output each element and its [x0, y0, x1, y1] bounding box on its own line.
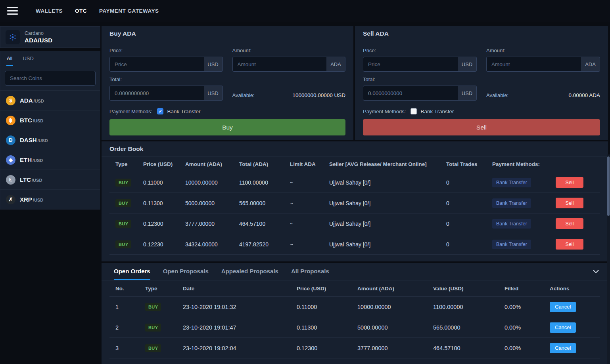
- order-book-row: BUY 0.11000 10000.00000 1100.00000 ~ Ujj…: [109, 172, 600, 193]
- main-content: Buy ADA Price: USD Amount:: [102, 26, 610, 364]
- ob-seller: Ujjwal Sahay [0/]: [329, 221, 446, 227]
- buy-bank-transfer-checkbox[interactable]: [157, 108, 163, 114]
- collapse-chevron-icon[interactable]: [593, 263, 602, 280]
- sell-panel: Sell ADA Price: USD Amount:: [355, 26, 608, 140]
- tab-open-proposals[interactable]: Open Proposals: [163, 263, 209, 280]
- row-sell-button[interactable]: Sell: [556, 198, 583, 208]
- oo-price: 0.11000: [297, 304, 357, 310]
- oo-no: 3: [109, 345, 145, 351]
- cancel-button[interactable]: Cancel: [550, 343, 576, 353]
- open-orders-header-row: No. Type Date Price (USD) Amount (ADA) V…: [109, 280, 600, 297]
- pair-label: ADA/USD: [25, 37, 52, 44]
- coin-item-xrp[interactable]: ✗ XRP/USD: [0, 189, 100, 209]
- oo-no: 1: [109, 304, 145, 310]
- scrollbar-thumb[interactable]: [607, 156, 610, 216]
- coin-filter-tabs: All USD: [0, 51, 100, 66]
- bank-transfer-badge: Bank Transfer: [492, 240, 531, 249]
- oo-no: 2: [109, 324, 145, 331]
- buy-badge: BUY: [115, 199, 131, 207]
- page-scrollbar[interactable]: [607, 154, 610, 364]
- sell-button[interactable]: Sell: [363, 119, 600, 135]
- buy-badge: BUY: [115, 179, 131, 187]
- sell-price-suffix: USD: [458, 57, 477, 72]
- buy-price-label: Price:: [109, 48, 223, 53]
- ob-total: 4197.82520: [239, 241, 290, 248]
- sidebar: Cardano ADA/USD All USD $ ADA/USD ฿ BTC/…: [0, 26, 100, 364]
- ob-seller: Ujjwal Sahay [0/]: [329, 179, 446, 186]
- search-coins-input[interactable]: [5, 71, 96, 86]
- coin-quote: /USD: [38, 138, 48, 143]
- sell-amount-input[interactable]: [486, 57, 581, 72]
- ada-coin-icon: $: [6, 96, 15, 105]
- coin-list-panel: All USD $ ADA/USD ฿ BTC/USD Đ DASH/USD: [0, 51, 100, 210]
- coin-symbol: LTC: [20, 176, 31, 183]
- oo-header-filled: Filled: [504, 286, 550, 292]
- hamburger-menu-icon[interactable]: [7, 7, 18, 15]
- bank-transfer-badge: Bank Transfer: [492, 178, 531, 187]
- oo-date: 23-10-2020 19:01:47: [183, 324, 297, 331]
- tab-appealed-proposals[interactable]: Appealed Proposals: [221, 263, 278, 280]
- oo-filled: 0.00%: [504, 304, 550, 310]
- order-book-panel: Order Book Type Price (USD) Amount (ADA)…: [102, 141, 608, 261]
- buy-badge: BUY: [115, 220, 131, 228]
- coin-item-btc[interactable]: ฿ BTC/USD: [0, 110, 100, 130]
- buy-amount-suffix: ADA: [326, 57, 345, 72]
- buy-bank-transfer-label: Bank Transfer: [167, 109, 200, 114]
- ob-header-payment: Payment Methods:: [492, 161, 556, 167]
- row-sell-button[interactable]: Sell: [556, 177, 583, 188]
- coin-item-eth[interactable]: ◆ ETH/USD: [0, 150, 100, 170]
- buy-panel-title: Buy ADA: [109, 30, 136, 37]
- tab-all[interactable]: All: [6, 51, 13, 66]
- dash-coin-icon: Đ: [6, 135, 15, 145]
- top-navbar: WALLETS OTC PAYMENT GATEWAYS: [0, 0, 610, 22]
- buy-badge: BUY: [115, 240, 131, 248]
- buy-amount-input[interactable]: [232, 57, 327, 72]
- tab-usd[interactable]: USD: [22, 51, 34, 66]
- oo-header-value: Value (USD): [433, 286, 504, 292]
- tab-open-orders[interactable]: Open Orders: [114, 263, 150, 280]
- coin-item-ada[interactable]: $ ADA/USD: [0, 90, 100, 110]
- row-sell-button[interactable]: Sell: [556, 218, 583, 229]
- buy-price-input[interactable]: [109, 57, 204, 72]
- open-order-row: 2 BUY 23-10-2020 19:01:47 0.11300 5000.0…: [109, 317, 600, 338]
- nav-payment-gateways[interactable]: PAYMENT GATEWAYS: [99, 8, 159, 14]
- oo-date: 23-10-2020 19:02:04: [183, 345, 297, 351]
- oo-header-type: Type: [145, 286, 183, 292]
- sell-price-input[interactable]: [363, 57, 458, 72]
- tab-all-proposals[interactable]: All Proposals: [291, 263, 329, 280]
- sell-total-input[interactable]: [363, 86, 458, 101]
- sell-total-suffix: USD: [458, 86, 477, 101]
- coin-quote: /USD: [33, 158, 43, 163]
- oo-value: 1100.00000: [433, 304, 504, 310]
- order-book-row: BUY 0.12300 3777.00000 464.57100 ~ Ujjwa…: [109, 213, 600, 234]
- buy-total-input[interactable]: [109, 86, 204, 101]
- buy-badge: BUY: [145, 344, 161, 352]
- ob-total: 1100.00000: [239, 179, 290, 186]
- nav-otc[interactable]: OTC: [75, 8, 87, 14]
- ob-price: 0.11300: [143, 200, 185, 206]
- coin-quote: /USD: [32, 178, 42, 183]
- open-order-row: 3 BUY 23-10-2020 19:02:04 0.12300 3777.0…: [109, 338, 600, 358]
- open-order-row: 1 BUY 23-10-2020 19:01:32 0.11000 10000.…: [109, 297, 600, 317]
- nav-wallets[interactable]: WALLETS: [36, 8, 63, 14]
- sell-bank-transfer-checkbox[interactable]: [411, 108, 417, 114]
- buy-button[interactable]: Buy: [109, 119, 345, 135]
- ob-header-limit: Limit ADA: [290, 161, 329, 167]
- cancel-button[interactable]: Cancel: [550, 302, 576, 312]
- ob-header-price: Price (USD): [143, 161, 185, 167]
- oo-filled: 0.00%: [504, 345, 550, 351]
- sell-price-label: Price:: [363, 48, 477, 53]
- oo-header-price: Price (USD): [297, 286, 357, 292]
- oo-value: 464.57100: [433, 345, 504, 351]
- row-sell-button[interactable]: Sell: [556, 239, 583, 250]
- sell-panel-title: Sell ADA: [363, 30, 389, 37]
- order-book-row: BUY 0.11300 5000.00000 565.00000 ~ Ujjwa…: [109, 193, 600, 213]
- ob-trades: 0: [446, 200, 492, 206]
- ob-trades: 0: [446, 179, 492, 186]
- ob-amount: 34324.00000: [185, 241, 239, 248]
- buy-badge: BUY: [145, 324, 161, 332]
- coin-quote: /USD: [34, 99, 44, 103]
- cancel-button[interactable]: Cancel: [550, 322, 576, 333]
- coin-item-dash[interactable]: Đ DASH/USD: [0, 130, 100, 150]
- coin-item-ltc[interactable]: Ł LTC/USD: [0, 170, 100, 189]
